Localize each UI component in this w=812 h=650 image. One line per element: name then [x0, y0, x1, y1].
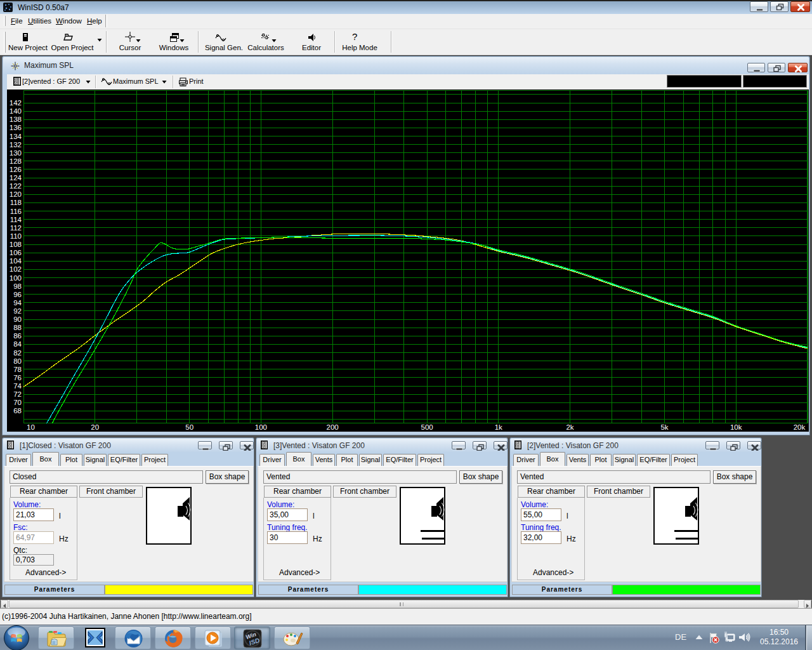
- svg-text:136: 136: [10, 124, 22, 131]
- svg-text:138: 138: [10, 116, 22, 123]
- svg-text:106: 106: [10, 249, 22, 256]
- svg-text:114: 114: [10, 216, 22, 223]
- svg-text:130: 130: [10, 149, 22, 157]
- svg-text:94: 94: [13, 299, 22, 307]
- svg-text:84: 84: [13, 340, 22, 348]
- svg-text:116: 116: [10, 208, 22, 215]
- svg-text:82: 82: [13, 349, 22, 357]
- svg-text:104: 104: [10, 257, 22, 265]
- svg-text:72: 72: [13, 390, 22, 398]
- svg-text:134: 134: [10, 133, 22, 140]
- svg-text:118: 118: [10, 199, 22, 206]
- svg-text:76: 76: [13, 374, 22, 381]
- svg-text:500: 500: [421, 423, 433, 431]
- svg-text:140: 140: [10, 107, 22, 115]
- svg-text:68: 68: [13, 407, 22, 415]
- svg-text:78: 78: [13, 366, 22, 373]
- svg-text:1k: 1k: [495, 423, 502, 431]
- svg-text:112: 112: [10, 224, 22, 232]
- svg-text:10: 10: [27, 423, 35, 431]
- svg-text:102: 102: [10, 265, 22, 273]
- svg-text:70: 70: [13, 399, 22, 406]
- svg-text:20: 20: [91, 423, 99, 431]
- svg-text:2k: 2k: [566, 423, 573, 431]
- svg-text:5k: 5k: [660, 423, 668, 431]
- svg-text:128: 128: [10, 157, 22, 165]
- svg-text:132: 132: [10, 141, 22, 149]
- svg-text:90: 90: [13, 315, 22, 323]
- svg-text:96: 96: [13, 291, 22, 298]
- svg-text:120: 120: [10, 190, 22, 198]
- svg-text:122: 122: [10, 182, 22, 190]
- svg-text:98: 98: [13, 282, 22, 290]
- svg-text:108: 108: [10, 241, 22, 248]
- svg-text:142: 142: [10, 99, 22, 107]
- svg-text:10k: 10k: [730, 423, 742, 431]
- svg-text:200: 200: [327, 423, 339, 431]
- svg-text:92: 92: [13, 307, 22, 315]
- svg-text:50: 50: [185, 423, 193, 431]
- svg-text:110: 110: [10, 232, 22, 240]
- svg-text:20k: 20k: [794, 423, 806, 431]
- svg-text:80: 80: [13, 357, 22, 365]
- svg-text:86: 86: [13, 332, 22, 340]
- svg-text:100: 100: [255, 423, 267, 431]
- svg-text:100: 100: [10, 274, 22, 282]
- svg-text:124: 124: [10, 174, 22, 182]
- svg-text:88: 88: [13, 324, 22, 331]
- svg-text:126: 126: [10, 166, 22, 173]
- svg-text:74: 74: [13, 382, 22, 390]
